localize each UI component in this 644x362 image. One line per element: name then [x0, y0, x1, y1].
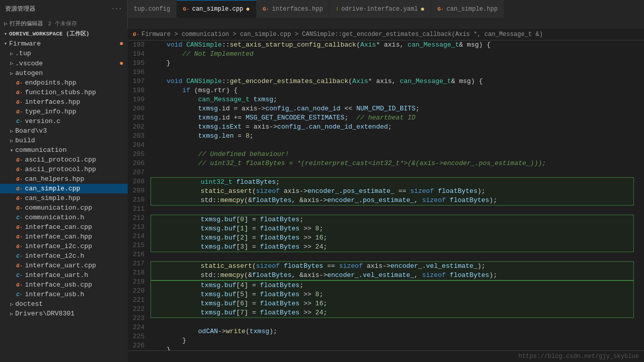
sidebar-item-label: ascii_protocol.hpp [25, 166, 96, 173]
sidebar-item-9[interactable]: ▷Board\v3 [0, 126, 128, 136]
line-num-209: 209 [133, 186, 144, 195]
line-num-224: 224 [133, 323, 144, 332]
sidebar-item-label: Firmware [9, 40, 41, 48]
sidebar-item-20[interactable]: G·interface_can.hpp [0, 232, 128, 242]
sidebar-item-label: communication.h [25, 214, 84, 221]
breadcrumb: G· Firmware > communication > can_simple… [128, 29, 644, 41]
line-num-200: 200 [133, 104, 144, 113]
tab-tup[interactable]: tup.config [128, 0, 177, 18]
sidebar-item-16[interactable]: G·can_simple.hpp [0, 193, 128, 203]
tab-label: odrive-interface.yaml [342, 6, 418, 13]
sidebar-item-17[interactable]: G·communication.cpp [0, 203, 128, 213]
sidebar-item-27[interactable]: ▷doctest [0, 299, 128, 309]
second-row: ▷ 打开的编辑器 2 个未保存 [0, 18, 644, 29]
sidebar-item-0[interactable]: ▾Firmware● [0, 38, 128, 49]
g-file-icon: G· [16, 176, 23, 182]
sidebar-item-11[interactable]: ▾communication [0, 145, 128, 155]
breadcrumb-icon: G· [133, 31, 139, 37]
sidebar-item-23[interactable]: G·interface_uart.cpp [0, 261, 128, 270]
sidebar-item-19[interactable]: G·interface_can.cpp [0, 222, 128, 232]
sidebar-item-8[interactable]: C·version.c [0, 116, 128, 126]
sidebar-item-2[interactable]: ▷.vscode● [0, 58, 128, 68]
tab-can_simple_hpp[interactable]: G·can_simple.hpp [431, 0, 504, 18]
line-num-198: 198 [133, 86, 144, 95]
tab-label: can_simple.cpp [192, 6, 243, 13]
sidebar-item-label: interface_i2c.h [25, 252, 84, 260]
sidebar-item-28[interactable]: ▷Drivers\DRV8301 [0, 309, 128, 318]
code-line-212: txmsg.buf[0] = floatBytes;3 [150, 215, 634, 224]
line-num-210: 210 [133, 195, 144, 205]
line-num-214: 214 [133, 232, 144, 241]
tab-interfaces_hpp[interactable]: G·interfaces.hpp [256, 0, 329, 18]
sidebar-item-5[interactable]: G·function_stubs.hpp [0, 88, 128, 97]
c-file-icon: C· [16, 253, 23, 259]
line-num-223: 223 [133, 314, 144, 323]
line-num-216: 216 [133, 250, 144, 259]
sidebar-item-12[interactable]: G·ascii_protocol.cpp [0, 155, 128, 165]
line-num-211: 211 [133, 205, 144, 214]
code-line-200: txmsg.id = axis->config_.can_node_id << … [150, 104, 634, 113]
code-line-219: txmsg.buf[4] = floatBytes;5 [150, 280, 634, 290]
tab-can_simple_cpp[interactable]: G·can_simple.cpp● [177, 0, 256, 18]
sidebar-item-26[interactable]: C·interface_usb.h [0, 290, 128, 299]
c-file-icon: C· [16, 215, 23, 221]
folder-arrow-icon: ▷ [10, 138, 13, 144]
sidebar-item-6[interactable]: G·interfaces.hpp [0, 97, 128, 107]
code-line-218: std::memcpy(&floatBytes, &axis->encoder_… [150, 271, 634, 280]
tab-odrive_yaml[interactable]: !odrive-interface.yaml● [329, 0, 431, 18]
code-line-205: // Undefined behaviour! [150, 150, 634, 159]
sidebar-item-10[interactable]: ▷build [0, 136, 128, 145]
sidebar-title-text: 资源管理器 [5, 5, 111, 13]
sidebar-item-3[interactable]: ▷autogen [0, 68, 128, 78]
line-num-203: 203 [133, 132, 144, 141]
code-line-224: odCAN->write(txmsg); [150, 327, 634, 336]
code-line-217: static_assert(sizeof floatBytes == sizeo… [150, 261, 634, 271]
folder-arrow-icon: ▷ [10, 51, 13, 57]
code-line-211 [150, 206, 634, 215]
line-num-193: 193 [133, 41, 144, 50]
workspace-label: ODRIVE_WORKSPACE (工作区) [9, 30, 89, 37]
g-file-icon: G· [16, 244, 23, 250]
sidebar-item-24[interactable]: C·interface_uart.h [0, 270, 128, 280]
sidebar-item-label: function_stubs.hpp [25, 89, 96, 96]
tab-label: interfaces.hpp [272, 6, 323, 13]
sidebar-item-22[interactable]: C·interface_i2c.h [0, 251, 128, 261]
line-num-225: 225 [133, 332, 144, 341]
sidebar: ▾ ODRIVE_WORKSPACE (工作区) ▾Firmware●▷.tup… [0, 29, 128, 362]
folder-arrow-icon: ▷ [10, 128, 13, 134]
g-file-icon: G· [16, 186, 23, 192]
sidebar-item-label: interface_uart.cpp [25, 262, 96, 269]
folder-arrow-icon: ▷ [10, 70, 13, 76]
sidebar-item-1[interactable]: ▷.tup [0, 49, 128, 58]
tab-yaml-icon: ! [335, 7, 338, 12]
sidebar-item-label: autogen [15, 69, 43, 77]
code-line-214: txmsg.buf[2] = floatBytes >> 16; [150, 233, 634, 243]
code-line-201: txmsg.id += MSG_GET_ENCODER_ESTIMATES; /… [150, 113, 634, 123]
sidebar-item-13[interactable]: G·ascii_protocol.hpp [0, 165, 128, 174]
workspace-header[interactable]: ▾ ODRIVE_WORKSPACE (工作区) [0, 29, 128, 38]
sidebar-item-14[interactable]: G·can_helpers.hpp [0, 174, 128, 184]
unsaved-label: 2 个未保存 [48, 20, 77, 27]
code-line-225: } [150, 336, 634, 345]
sidebar-item-4[interactable]: G·endpoints.hpp [0, 78, 128, 88]
sidebar-item-label: Board\v3 [15, 127, 47, 135]
code-line-209: static_assert(sizeof axis->encoder_.pos_… [150, 187, 634, 196]
code-line-204 [150, 141, 634, 150]
sidebar-item-21[interactable]: G·interface_i2c.cpp [0, 242, 128, 251]
line-num-195: 195 [133, 59, 144, 68]
attribution-text: https://blog.csdn.net/gjy_skyblue [518, 353, 639, 360]
sidebar-item-18[interactable]: C·communication.h [0, 213, 128, 222]
code-line-203: txmsg.len = 8; [150, 132, 634, 141]
top-row: 资源管理器 ··· tup.configG·can_simple.cpp●G·i… [0, 0, 644, 18]
line-num-213: 213 [133, 223, 144, 232]
g-file-icon: G· [16, 109, 23, 115]
sidebar-item-15[interactable]: G·can_simple.cpp [0, 184, 128, 193]
sidebar-menu-icon[interactable]: ··· [111, 6, 122, 13]
tab-dirty-dot: ● [421, 5, 425, 13]
sidebar-item-25[interactable]: G·interface_usb.cpp [0, 280, 128, 290]
sidebar-item-label: interface_usb.h [25, 291, 84, 298]
code-line-207 [150, 168, 634, 177]
line-num-205: 205 [133, 150, 144, 159]
code-editor[interactable]: 1931941951961971981992002012022032042052… [128, 41, 644, 350]
sidebar-item-7[interactable]: G·type_info.hpp [0, 107, 128, 116]
